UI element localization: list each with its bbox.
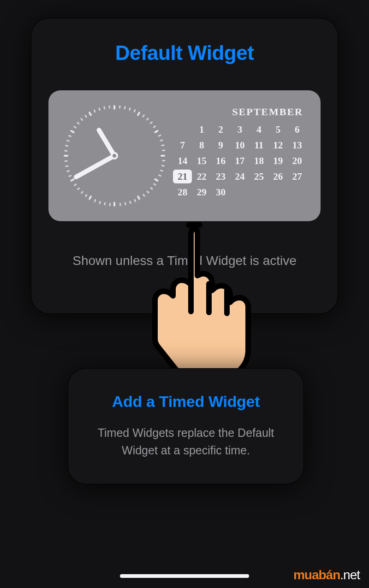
calendar-day: 12 — [268, 138, 287, 152]
calendar-day: 5 — [268, 123, 287, 136]
calendar-day: 2 — [211, 123, 230, 136]
calendar-month-label: SEPTEMBER — [173, 106, 307, 118]
calendar-day: 17 — [230, 154, 249, 168]
pointer-hand-icon — [137, 221, 254, 378]
calendar-day: 18 — [250, 154, 268, 168]
clock-icon — [61, 103, 167, 209]
watermark-tld: .net — [340, 568, 360, 582]
calendar-grid: 1234567891011121314151617181920212223242… — [173, 123, 307, 199]
watermark-brand: muabán — [293, 568, 340, 582]
calendar-day: 14 — [173, 154, 192, 168]
calendar-day: 21 — [173, 170, 192, 183]
calendar-day: 22 — [192, 170, 211, 183]
add-timed-widget-title: Add a Timed Widget — [87, 393, 285, 411]
calendar-day: 1 — [192, 123, 211, 136]
calendar-day: 7 — [173, 138, 192, 152]
calendar-day: 27 — [288, 170, 307, 183]
clock-hub — [111, 152, 118, 159]
calendar-day: 8 — [192, 138, 211, 152]
default-widget-title: Default Widget — [45, 41, 324, 65]
calendar-day: 23 — [211, 170, 230, 183]
calendar-day: 25 — [250, 170, 268, 183]
calendar-day: 13 — [288, 138, 307, 152]
add-timed-widget-card[interactable]: Add a Timed Widget Timed Widgets replace… — [68, 369, 304, 484]
calendar-day: 10 — [230, 138, 249, 152]
calendar-day: 4 — [250, 123, 268, 136]
calendar-day: 16 — [211, 154, 230, 168]
calendar-widget: SEPTEMBER 123456789101112131415161718192… — [173, 106, 307, 199]
calendar-day: 20 — [288, 154, 307, 168]
calendar-day: 19 — [268, 154, 287, 168]
add-timed-widget-description: Timed Widgets replace the Default Widget… — [87, 424, 285, 459]
widget-preview-tile[interactable]: SEPTEMBER 123456789101112131415161718192… — [48, 90, 321, 221]
calendar-day: 3 — [230, 123, 249, 136]
calendar-day: 9 — [211, 138, 230, 152]
calendar-day: 30 — [211, 185, 230, 199]
watermark: muabán.net — [293, 568, 360, 582]
calendar-day: 6 — [288, 123, 307, 136]
home-indicator[interactable] — [120, 574, 249, 578]
calendar-day: 26 — [268, 170, 287, 183]
calendar-day: 29 — [192, 185, 211, 199]
calendar-day: 24 — [230, 170, 249, 183]
calendar-day: 11 — [250, 138, 268, 152]
calendar-day: 15 — [192, 154, 211, 168]
calendar-day: 28 — [173, 185, 192, 199]
